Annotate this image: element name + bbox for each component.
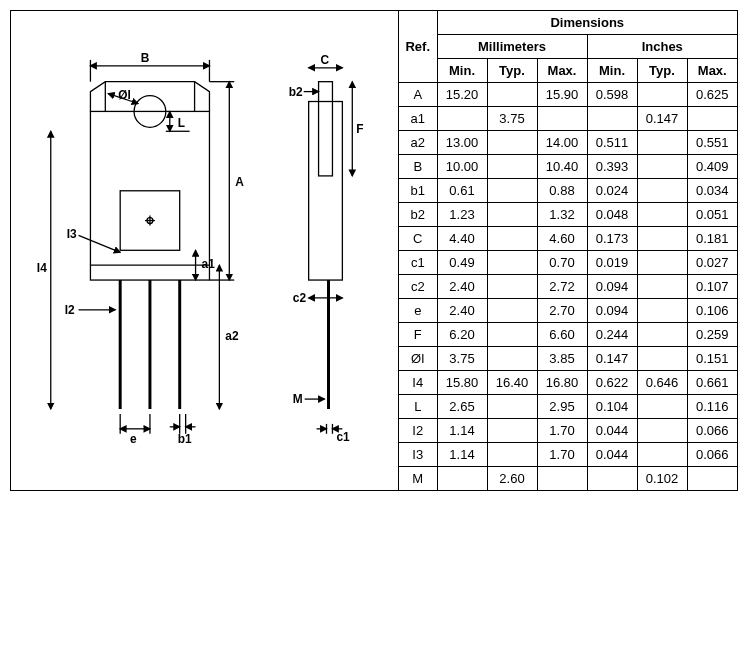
value-cell: 1.70 [537, 419, 587, 443]
value-cell [487, 131, 537, 155]
value-cell: 0.598 [587, 83, 637, 107]
value-cell [537, 107, 587, 131]
dimensions-figure: B ØI L A I4 I3 [10, 10, 738, 491]
value-cell [687, 107, 737, 131]
value-cell: 13.00 [437, 131, 487, 155]
table-row: a13.750.147 [399, 107, 737, 131]
ref-cell: c1 [399, 251, 437, 275]
value-cell: 0.048 [587, 203, 637, 227]
value-cell [637, 275, 687, 299]
label-a1: a1 [202, 257, 216, 271]
ref-cell: b2 [399, 203, 437, 227]
value-cell: 0.151 [687, 347, 737, 371]
value-cell: 0.173 [587, 227, 637, 251]
value-cell [637, 443, 687, 467]
svg-line-22 [79, 236, 121, 253]
header-in-max: Max. [687, 59, 737, 83]
table-row: c22.402.720.0940.107 [399, 275, 737, 299]
table-row: F6.206.600.2440.259 [399, 323, 737, 347]
value-cell: 4.40 [437, 227, 487, 251]
value-cell: 0.70 [537, 251, 587, 275]
value-cell: 0.393 [587, 155, 637, 179]
ref-cell: B [399, 155, 437, 179]
package-outline-svg: B ØI L A I4 I3 [21, 42, 388, 459]
value-cell: 0.49 [437, 251, 487, 275]
value-cell: 15.90 [537, 83, 587, 107]
value-cell: 0.116 [687, 395, 737, 419]
table-row: M2.600.102 [399, 467, 737, 491]
ref-cell: I3 [399, 443, 437, 467]
label-c2: c2 [293, 291, 307, 305]
value-cell: 15.20 [437, 83, 487, 107]
ref-cell: ØI [399, 347, 437, 371]
table-row: c10.490.700.0190.027 [399, 251, 737, 275]
value-cell [637, 395, 687, 419]
value-cell: 0.61 [437, 179, 487, 203]
value-cell: 2.40 [437, 299, 487, 323]
value-cell: 0.622 [587, 371, 637, 395]
value-cell [437, 107, 487, 131]
value-cell: 3.75 [487, 107, 537, 131]
ref-cell: A [399, 83, 437, 107]
package-diagram: B ØI L A I4 I3 [11, 11, 399, 490]
dimensions-table-wrapper: Ref. Dimensions Millimeters Inches Min. … [399, 11, 737, 490]
table-row: C4.404.600.1730.181 [399, 227, 737, 251]
label-b2: b2 [289, 85, 303, 99]
value-cell: 2.60 [487, 467, 537, 491]
header-mm: Millimeters [437, 35, 587, 59]
value-cell [487, 347, 537, 371]
value-cell [637, 83, 687, 107]
value-cell [637, 323, 687, 347]
ref-cell: I2 [399, 419, 437, 443]
value-cell: 0.259 [687, 323, 737, 347]
value-cell [687, 467, 737, 491]
value-cell [487, 227, 537, 251]
value-cell: 3.85 [537, 347, 587, 371]
dimensions-table: Ref. Dimensions Millimeters Inches Min. … [399, 11, 737, 490]
value-cell: 3.75 [437, 347, 487, 371]
label-F: F [356, 122, 363, 136]
value-cell: 6.60 [537, 323, 587, 347]
table-row: I21.141.700.0440.066 [399, 419, 737, 443]
table-row: e2.402.700.0940.106 [399, 299, 737, 323]
value-cell: 0.094 [587, 275, 637, 299]
value-cell: 0.027 [687, 251, 737, 275]
header-mm-max: Max. [537, 59, 587, 83]
header-mm-min: Min. [437, 59, 487, 83]
value-cell [637, 155, 687, 179]
table-row: b10.610.880.0240.034 [399, 179, 737, 203]
value-cell [487, 323, 537, 347]
value-cell: 0.107 [687, 275, 737, 299]
value-cell [487, 395, 537, 419]
value-cell: 0.625 [687, 83, 737, 107]
header-in: Inches [587, 35, 737, 59]
value-cell: 2.70 [537, 299, 587, 323]
ref-cell: C [399, 227, 437, 251]
ref-cell: F [399, 323, 437, 347]
value-cell: 0.044 [587, 443, 637, 467]
value-cell: 0.019 [587, 251, 637, 275]
value-cell [487, 443, 537, 467]
value-cell: 0.066 [687, 443, 737, 467]
ref-cell: c2 [399, 275, 437, 299]
value-cell: 0.181 [687, 227, 737, 251]
value-cell [487, 155, 537, 179]
label-I4: I4 [37, 261, 47, 275]
value-cell: 2.65 [437, 395, 487, 419]
ref-cell: L [399, 395, 437, 419]
value-cell [487, 419, 537, 443]
value-cell: 2.95 [537, 395, 587, 419]
label-b1: b1 [178, 432, 192, 446]
label-I3: I3 [67, 228, 77, 242]
value-cell [587, 107, 637, 131]
value-cell: 1.32 [537, 203, 587, 227]
value-cell: 4.60 [537, 227, 587, 251]
value-cell: 0.106 [687, 299, 737, 323]
value-cell: 15.80 [437, 371, 487, 395]
svg-rect-34 [309, 102, 343, 281]
value-cell: 10.00 [437, 155, 487, 179]
label-A: A [235, 175, 244, 189]
value-cell: 0.094 [587, 299, 637, 323]
value-cell: 10.40 [537, 155, 587, 179]
value-cell: 0.661 [687, 371, 737, 395]
